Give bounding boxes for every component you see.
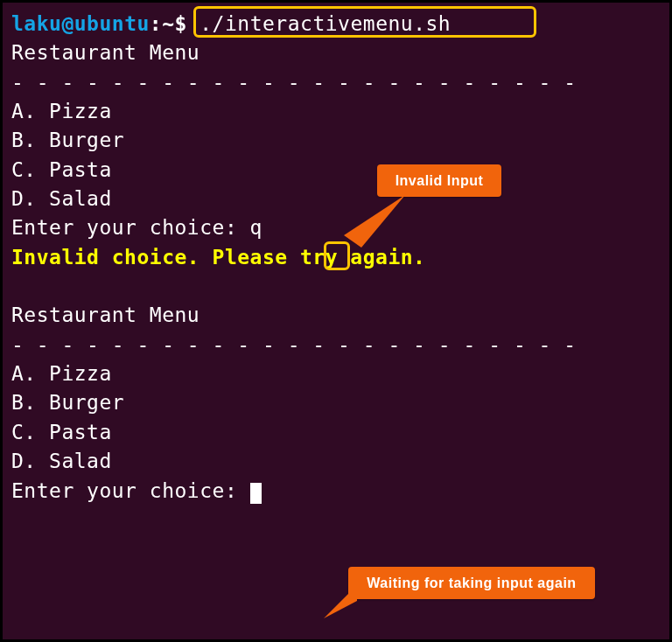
host: ubuntu bbox=[74, 12, 150, 35]
menu-separator: - - - - - - - - - - - - - - - - - - - - … bbox=[11, 68, 661, 97]
error-message: Invalid choice. Please try again. bbox=[11, 243, 661, 272]
menu-item-text: D. Salad bbox=[11, 187, 112, 210]
menu-option: D. Salad bbox=[11, 185, 661, 213]
callout-invalid-input: Invalid Input bbox=[377, 164, 501, 197]
menu-item-text: B. Burger bbox=[11, 391, 124, 414]
menu-option: A. Pizza bbox=[11, 97, 661, 126]
cursor-icon bbox=[250, 483, 262, 504]
menu-item-text: C. Pasta bbox=[11, 158, 112, 181]
at-sign: @ bbox=[61, 12, 74, 35]
menu-option: A. Pizza bbox=[11, 359, 661, 388]
menu-item-text: B. Burger bbox=[11, 129, 124, 151]
menu-item-text: D. Salad bbox=[11, 450, 112, 472]
prompt-dollar: $ bbox=[175, 12, 200, 35]
callout-waiting-input: Waiting for taking input again bbox=[348, 567, 595, 599]
menu-item-text: C. Pasta bbox=[11, 421, 112, 443]
enter-choice-prompt: Enter your choice: bbox=[11, 216, 250, 239]
menu-option: D. Salad bbox=[11, 447, 661, 476]
menu-title: Restaurant Menu bbox=[11, 301, 661, 330]
menu-option: C. Pasta bbox=[11, 156, 661, 185]
callout-text: Invalid Input bbox=[396, 171, 484, 191]
blank-line bbox=[11, 272, 661, 301]
menu-option: C. Pasta bbox=[11, 418, 661, 447]
menu-item-text: A. Pizza bbox=[11, 362, 112, 385]
enter-choice-prompt: Enter your choice: bbox=[11, 479, 250, 502]
entered-value: q bbox=[250, 216, 262, 239]
menu-option: B. Burger bbox=[11, 388, 661, 417]
enter-choice-line-1: Enter your choice: q bbox=[11, 213, 661, 242]
menu-item-text: A. Pizza bbox=[11, 100, 112, 122]
prompt-line: laku@ubuntu:~$ ./interactivemenu.sh bbox=[11, 10, 661, 38]
menu-option: B. Burger bbox=[11, 126, 661, 155]
user: laku bbox=[11, 12, 61, 35]
prompt-path: ~ bbox=[162, 12, 174, 35]
prompt-colon: : bbox=[150, 12, 162, 35]
command-text: ./interactivemenu.sh bbox=[200, 12, 451, 35]
menu-title: Restaurant Menu bbox=[11, 38, 661, 67]
enter-choice-line-2[interactable]: Enter your choice: bbox=[11, 477, 661, 506]
callout-text: Waiting for taking input again bbox=[367, 573, 576, 593]
menu-separator: - - - - - - - - - - - - - - - - - - - - … bbox=[11, 331, 661, 359]
